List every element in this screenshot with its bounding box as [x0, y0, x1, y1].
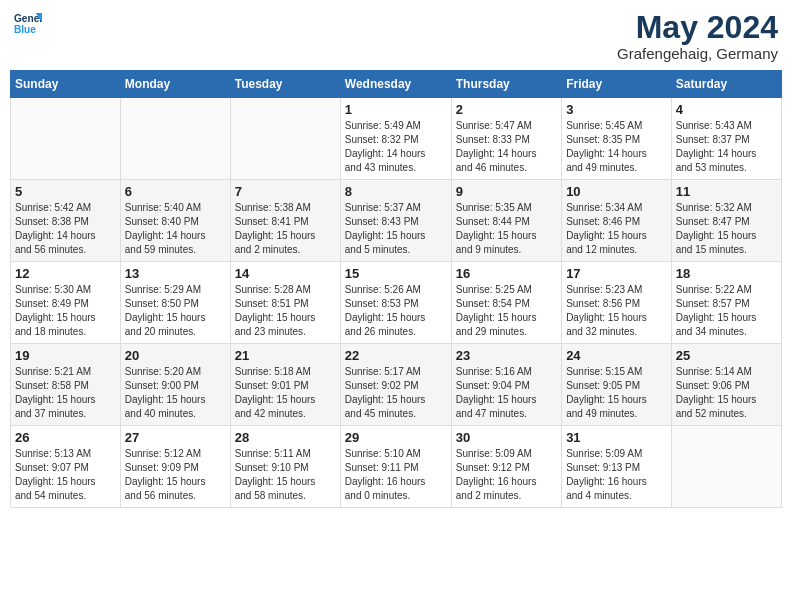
- day-number: 8: [345, 184, 447, 199]
- day-info: Sunrise: 5:16 AMSunset: 9:04 PMDaylight:…: [456, 365, 557, 421]
- weekday-header-tuesday: Tuesday: [230, 71, 340, 98]
- calendar-table: SundayMondayTuesdayWednesdayThursdayFrid…: [10, 70, 782, 508]
- day-number: 21: [235, 348, 336, 363]
- day-number: 1: [345, 102, 447, 117]
- calendar-cell: 5Sunrise: 5:42 AMSunset: 8:38 PMDaylight…: [11, 180, 121, 262]
- calendar-cell: 22Sunrise: 5:17 AMSunset: 9:02 PMDayligh…: [340, 344, 451, 426]
- calendar-cell: 25Sunrise: 5:14 AMSunset: 9:06 PMDayligh…: [671, 344, 781, 426]
- day-info: Sunrise: 5:40 AMSunset: 8:40 PMDaylight:…: [125, 201, 226, 257]
- calendar-cell: 26Sunrise: 5:13 AMSunset: 9:07 PMDayligh…: [11, 426, 121, 508]
- day-info: Sunrise: 5:09 AMSunset: 9:12 PMDaylight:…: [456, 447, 557, 503]
- day-info: Sunrise: 5:34 AMSunset: 8:46 PMDaylight:…: [566, 201, 667, 257]
- day-number: 13: [125, 266, 226, 281]
- logo: General Blue: [14, 10, 42, 38]
- calendar-cell: [230, 98, 340, 180]
- day-info: Sunrise: 5:47 AMSunset: 8:33 PMDaylight:…: [456, 119, 557, 175]
- calendar-cell: 2Sunrise: 5:47 AMSunset: 8:33 PMDaylight…: [451, 98, 561, 180]
- weekday-header-wednesday: Wednesday: [340, 71, 451, 98]
- day-info: Sunrise: 5:18 AMSunset: 9:01 PMDaylight:…: [235, 365, 336, 421]
- calendar-cell: 18Sunrise: 5:22 AMSunset: 8:57 PMDayligh…: [671, 262, 781, 344]
- day-number: 28: [235, 430, 336, 445]
- calendar-cell: 30Sunrise: 5:09 AMSunset: 9:12 PMDayligh…: [451, 426, 561, 508]
- calendar-week-row: 19Sunrise: 5:21 AMSunset: 8:58 PMDayligh…: [11, 344, 782, 426]
- page-header: General Blue May 2024 Grafengehaig, Germ…: [10, 10, 782, 62]
- day-number: 31: [566, 430, 667, 445]
- weekday-header-friday: Friday: [562, 71, 672, 98]
- day-number: 19: [15, 348, 116, 363]
- calendar-header: SundayMondayTuesdayWednesdayThursdayFrid…: [11, 71, 782, 98]
- day-info: Sunrise: 5:21 AMSunset: 8:58 PMDaylight:…: [15, 365, 116, 421]
- day-number: 3: [566, 102, 667, 117]
- day-info: Sunrise: 5:12 AMSunset: 9:09 PMDaylight:…: [125, 447, 226, 503]
- weekday-header-saturday: Saturday: [671, 71, 781, 98]
- calendar-cell: 19Sunrise: 5:21 AMSunset: 8:58 PMDayligh…: [11, 344, 121, 426]
- calendar-cell: 20Sunrise: 5:20 AMSunset: 9:00 PMDayligh…: [120, 344, 230, 426]
- calendar-cell: [120, 98, 230, 180]
- calendar-week-row: 12Sunrise: 5:30 AMSunset: 8:49 PMDayligh…: [11, 262, 782, 344]
- calendar-cell: 24Sunrise: 5:15 AMSunset: 9:05 PMDayligh…: [562, 344, 672, 426]
- logo-icon: General Blue: [14, 10, 42, 38]
- subtitle: Grafengehaig, Germany: [617, 45, 778, 62]
- day-info: Sunrise: 5:22 AMSunset: 8:57 PMDaylight:…: [676, 283, 777, 339]
- calendar-cell: [11, 98, 121, 180]
- day-number: 26: [15, 430, 116, 445]
- day-info: Sunrise: 5:30 AMSunset: 8:49 PMDaylight:…: [15, 283, 116, 339]
- day-info: Sunrise: 5:42 AMSunset: 8:38 PMDaylight:…: [15, 201, 116, 257]
- day-number: 30: [456, 430, 557, 445]
- calendar-cell: 1Sunrise: 5:49 AMSunset: 8:32 PMDaylight…: [340, 98, 451, 180]
- calendar-cell: 16Sunrise: 5:25 AMSunset: 8:54 PMDayligh…: [451, 262, 561, 344]
- calendar-cell: 8Sunrise: 5:37 AMSunset: 8:43 PMDaylight…: [340, 180, 451, 262]
- calendar-cell: 29Sunrise: 5:10 AMSunset: 9:11 PMDayligh…: [340, 426, 451, 508]
- calendar-cell: 3Sunrise: 5:45 AMSunset: 8:35 PMDaylight…: [562, 98, 672, 180]
- day-info: Sunrise: 5:28 AMSunset: 8:51 PMDaylight:…: [235, 283, 336, 339]
- calendar-week-row: 26Sunrise: 5:13 AMSunset: 9:07 PMDayligh…: [11, 426, 782, 508]
- calendar-week-row: 1Sunrise: 5:49 AMSunset: 8:32 PMDaylight…: [11, 98, 782, 180]
- day-info: Sunrise: 5:09 AMSunset: 9:13 PMDaylight:…: [566, 447, 667, 503]
- calendar-week-row: 5Sunrise: 5:42 AMSunset: 8:38 PMDaylight…: [11, 180, 782, 262]
- title-area: May 2024 Grafengehaig, Germany: [617, 10, 778, 62]
- weekday-header-sunday: Sunday: [11, 71, 121, 98]
- day-number: 17: [566, 266, 667, 281]
- day-info: Sunrise: 5:32 AMSunset: 8:47 PMDaylight:…: [676, 201, 777, 257]
- day-number: 11: [676, 184, 777, 199]
- day-info: Sunrise: 5:14 AMSunset: 9:06 PMDaylight:…: [676, 365, 777, 421]
- weekday-header-thursday: Thursday: [451, 71, 561, 98]
- calendar-body: 1Sunrise: 5:49 AMSunset: 8:32 PMDaylight…: [11, 98, 782, 508]
- day-info: Sunrise: 5:26 AMSunset: 8:53 PMDaylight:…: [345, 283, 447, 339]
- day-info: Sunrise: 5:35 AMSunset: 8:44 PMDaylight:…: [456, 201, 557, 257]
- calendar-cell: 6Sunrise: 5:40 AMSunset: 8:40 PMDaylight…: [120, 180, 230, 262]
- day-info: Sunrise: 5:29 AMSunset: 8:50 PMDaylight:…: [125, 283, 226, 339]
- day-info: Sunrise: 5:45 AMSunset: 8:35 PMDaylight:…: [566, 119, 667, 175]
- day-number: 7: [235, 184, 336, 199]
- main-title: May 2024: [617, 10, 778, 45]
- day-number: 16: [456, 266, 557, 281]
- calendar-cell: 11Sunrise: 5:32 AMSunset: 8:47 PMDayligh…: [671, 180, 781, 262]
- calendar-cell: [671, 426, 781, 508]
- day-info: Sunrise: 5:23 AMSunset: 8:56 PMDaylight:…: [566, 283, 667, 339]
- calendar-cell: 23Sunrise: 5:16 AMSunset: 9:04 PMDayligh…: [451, 344, 561, 426]
- day-info: Sunrise: 5:10 AMSunset: 9:11 PMDaylight:…: [345, 447, 447, 503]
- day-info: Sunrise: 5:43 AMSunset: 8:37 PMDaylight:…: [676, 119, 777, 175]
- calendar-cell: 4Sunrise: 5:43 AMSunset: 8:37 PMDaylight…: [671, 98, 781, 180]
- day-number: 14: [235, 266, 336, 281]
- day-number: 25: [676, 348, 777, 363]
- calendar-cell: 21Sunrise: 5:18 AMSunset: 9:01 PMDayligh…: [230, 344, 340, 426]
- day-info: Sunrise: 5:20 AMSunset: 9:00 PMDaylight:…: [125, 365, 226, 421]
- weekday-header-row: SundayMondayTuesdayWednesdayThursdayFrid…: [11, 71, 782, 98]
- calendar-cell: 15Sunrise: 5:26 AMSunset: 8:53 PMDayligh…: [340, 262, 451, 344]
- day-info: Sunrise: 5:49 AMSunset: 8:32 PMDaylight:…: [345, 119, 447, 175]
- day-info: Sunrise: 5:17 AMSunset: 9:02 PMDaylight:…: [345, 365, 447, 421]
- day-info: Sunrise: 5:37 AMSunset: 8:43 PMDaylight:…: [345, 201, 447, 257]
- calendar-cell: 28Sunrise: 5:11 AMSunset: 9:10 PMDayligh…: [230, 426, 340, 508]
- calendar-cell: 13Sunrise: 5:29 AMSunset: 8:50 PMDayligh…: [120, 262, 230, 344]
- day-number: 22: [345, 348, 447, 363]
- day-number: 2: [456, 102, 557, 117]
- day-number: 20: [125, 348, 226, 363]
- day-number: 10: [566, 184, 667, 199]
- calendar-cell: 12Sunrise: 5:30 AMSunset: 8:49 PMDayligh…: [11, 262, 121, 344]
- calendar-cell: 10Sunrise: 5:34 AMSunset: 8:46 PMDayligh…: [562, 180, 672, 262]
- day-info: Sunrise: 5:13 AMSunset: 9:07 PMDaylight:…: [15, 447, 116, 503]
- calendar-cell: 14Sunrise: 5:28 AMSunset: 8:51 PMDayligh…: [230, 262, 340, 344]
- weekday-header-monday: Monday: [120, 71, 230, 98]
- calendar-cell: 7Sunrise: 5:38 AMSunset: 8:41 PMDaylight…: [230, 180, 340, 262]
